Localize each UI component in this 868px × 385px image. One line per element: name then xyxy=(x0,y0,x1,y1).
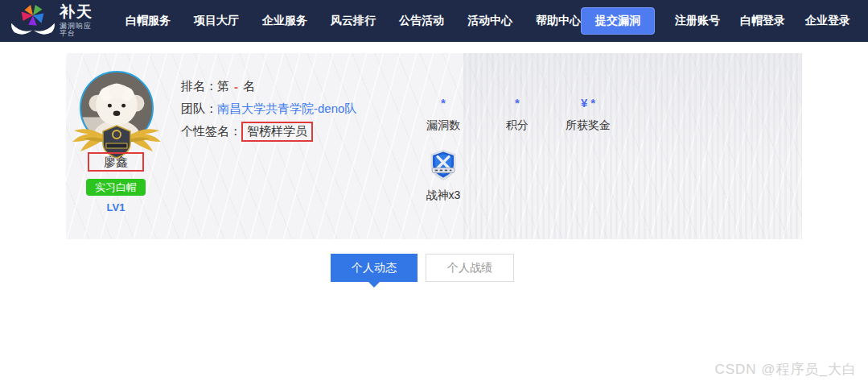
logo-subtitle: 漏洞响应平台 xyxy=(60,23,93,39)
rank-prefix: 第 xyxy=(217,79,229,94)
tab-personal-record[interactable]: 个人战绩 xyxy=(426,254,514,282)
top-navbar: 补天 漏洞响应平台 白帽服务 项目大厅 企业服务 风云排行 公告活动 活动中心 … xyxy=(0,0,868,42)
profile-card: 廖鑫 实习白帽 LV1 排名： 第 - 名 团队： 南昌大学共青学院-deno队… xyxy=(66,53,802,239)
signature-label: 个性签名： xyxy=(181,124,241,139)
submit-vulnerability-button[interactable]: 提交漏洞 xyxy=(581,7,655,35)
rank-label: 排名： xyxy=(181,79,217,94)
user-level: LV1 xyxy=(86,201,146,213)
nav-item-help-center[interactable]: 帮助中心 xyxy=(536,14,581,28)
team-label: 团队： xyxy=(181,101,217,117)
nav-item-whitehat-services[interactable]: 白帽服务 xyxy=(125,14,171,28)
stat-bounty-value: ¥* xyxy=(551,96,625,110)
rank-row: 排名： 第 - 名 xyxy=(181,77,356,95)
tab-personal-activity[interactable]: 个人动态 xyxy=(331,254,418,282)
war-god-medal[interactable]: 战神x3 xyxy=(406,148,480,203)
butian-star-hands-logo-icon xyxy=(10,3,56,39)
city-background-texture xyxy=(463,53,802,239)
stat-bounty-asterisk: * xyxy=(590,96,595,110)
user-name: 廖鑫 xyxy=(88,152,144,172)
profile-tabs: 个人动态 个人战绩 xyxy=(331,254,514,282)
nav-item-activity-center[interactable]: 活动中心 xyxy=(467,14,512,28)
team-row: 团队： 南昌大学共青学院-deno队 xyxy=(181,100,356,118)
stat-bounty-label: 所获奖金 xyxy=(551,118,625,133)
signature-row: 个性签名： 智榜样学员 xyxy=(181,122,356,140)
stat-vulnerability-count: * 漏洞数 xyxy=(406,96,480,133)
enterprise-login-link[interactable]: 企业登录 xyxy=(805,14,850,28)
register-account-link[interactable]: 注册账号 xyxy=(675,14,720,28)
stat-points-value: * xyxy=(480,96,554,110)
whitehat-login-link[interactable]: 白帽登录 xyxy=(740,14,785,28)
butian-logo[interactable]: 补天 漏洞响应平台 xyxy=(10,3,93,39)
signature-value: 智榜样学员 xyxy=(241,122,313,142)
role-badge-intern-whitehat[interactable]: 实习白帽 xyxy=(86,179,146,196)
stat-vulnerability-label: 漏洞数 xyxy=(406,118,480,133)
logo-title: 补天 xyxy=(60,4,93,21)
rank-value: - xyxy=(234,80,238,93)
stat-vulnerability-value: * xyxy=(406,96,480,110)
stat-bounty: ¥* 所获奖金 xyxy=(551,96,625,133)
csdn-watermark: CSDN @程序员_大白 xyxy=(714,360,857,379)
nav-item-announcements[interactable]: 公告活动 xyxy=(399,14,444,28)
profile-info: 排名： 第 - 名 团队： 南昌大学共青学院-deno队 个性签名： 智榜样学员 xyxy=(181,77,356,145)
navbar-right-actions: 提交漏洞 注册账号 白帽登录 企业登录 xyxy=(581,7,850,35)
team-link[interactable]: 南昌大学共青学院-deno队 xyxy=(217,101,356,117)
nav-item-project-hall[interactable]: 项目大厅 xyxy=(194,14,239,28)
war-god-shield-badge-icon xyxy=(428,148,459,182)
yuan-currency-symbol: ¥ xyxy=(581,96,587,110)
rank-suffix: 名 xyxy=(243,79,255,94)
nav-item-enterprise-services[interactable]: 企业服务 xyxy=(262,14,307,28)
war-god-medal-label: 战神x3 xyxy=(406,188,480,203)
nav-item-rankings[interactable]: 风云排行 xyxy=(331,14,376,28)
stat-points: * 积分 xyxy=(480,96,554,133)
main-nav: 白帽服务 项目大厅 企业服务 风云排行 公告活动 活动中心 帮助中心 xyxy=(125,14,581,28)
stat-points-label: 积分 xyxy=(480,118,554,133)
avatar-column: 廖鑫 实习白帽 LV1 xyxy=(66,53,167,239)
